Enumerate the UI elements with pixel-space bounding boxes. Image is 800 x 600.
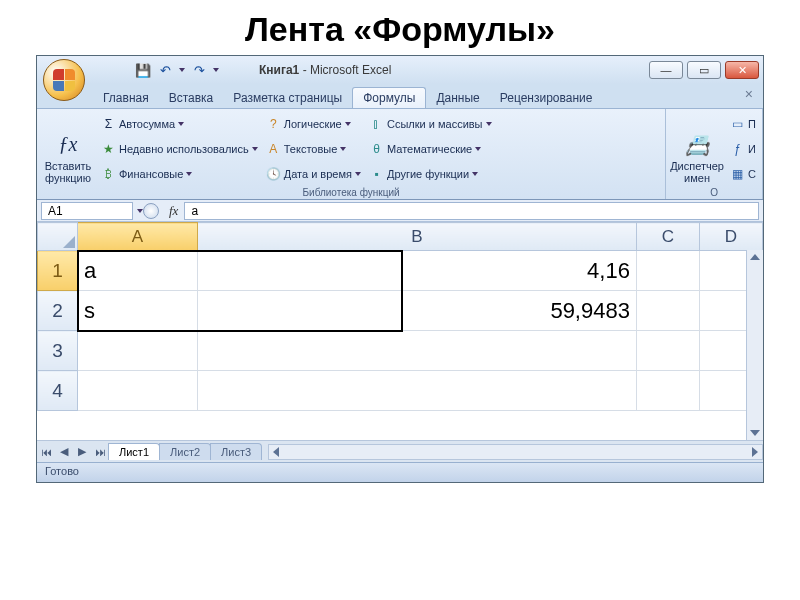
office-logo-icon [53, 69, 75, 91]
row-header-2[interactable]: 2 [38, 291, 78, 331]
cell-b3[interactable] [197, 331, 636, 371]
horizontal-scrollbar[interactable] [268, 444, 763, 460]
fx-icon: ƒx [53, 130, 83, 160]
title-bar: 💾 ↶ ↷ Книга1 - Microsoft Excel — ▭ ✕ [37, 56, 763, 84]
financial-button[interactable]: ₿Финансовые [99, 165, 260, 182]
date-time-button[interactable]: 🕓Дата и время [264, 165, 363, 182]
excel-window: 💾 ↶ ↷ Книга1 - Microsoft Excel — ▭ ✕ Гла… [36, 55, 764, 483]
row-header-3[interactable]: 3 [38, 331, 78, 371]
logical-button[interactable]: ?Логические [264, 116, 363, 133]
next-sheet-button[interactable]: ▶ [74, 444, 90, 460]
row-header-4[interactable]: 4 [38, 371, 78, 411]
cell-c1[interactable] [636, 251, 699, 291]
tab-review[interactable]: Рецензирование [490, 88, 603, 108]
name-manager-icon: 📇 [682, 130, 712, 160]
autosum-button[interactable]: ΣАвтосумма [99, 116, 260, 133]
undo-icon[interactable]: ↶ [157, 62, 173, 78]
sheet-tab-1[interactable]: Лист1 [108, 443, 160, 460]
sheet-tab-3[interactable]: Лист3 [210, 443, 262, 460]
sigma-icon: Σ [101, 117, 116, 132]
select-all-corner[interactable] [38, 223, 78, 251]
lookup-button[interactable]: ⫿Ссылки и массивы [367, 116, 494, 133]
create-from-sel-icon: ▦ [730, 166, 745, 181]
col-header-c[interactable]: C [636, 223, 699, 251]
col-header-a[interactable]: A [78, 223, 198, 251]
close-button[interactable]: ✕ [725, 61, 759, 79]
last-sheet-button[interactable]: ⏭ [92, 444, 108, 460]
prev-sheet-button[interactable]: ◀ [56, 444, 72, 460]
lookup-icon: ⫿ [369, 117, 384, 132]
fx-label-icon[interactable]: fx [163, 203, 184, 219]
minimize-button[interactable]: — [649, 61, 683, 79]
text-icon: A [266, 141, 281, 156]
text-button[interactable]: AТекстовые [264, 140, 363, 157]
first-sheet-button[interactable]: ⏮ [38, 444, 54, 460]
name-box[interactable]: A1 [41, 202, 133, 220]
define-name-icon: ▭ [730, 117, 745, 132]
expand-fbar-button[interactable] [143, 203, 159, 219]
use-in-formula-button[interactable]: ƒИ [728, 140, 758, 157]
recent-icon: ★ [101, 141, 116, 156]
selection-outline [77, 250, 403, 332]
ribbon: ƒx Вставить функцию ΣАвтосумма ★Недавно … [37, 108, 763, 200]
ribbon-tabs: Главная Вставка Разметка страницы Формул… [37, 84, 763, 108]
row-header-1[interactable]: 1 [38, 251, 78, 291]
office-button[interactable] [43, 59, 85, 101]
maximize-button[interactable]: ▭ [687, 61, 721, 79]
tab-formulas[interactable]: Формулы [352, 87, 426, 108]
col-header-b[interactable]: B [197, 223, 636, 251]
group-label-library: Библиотека функций [41, 186, 661, 198]
formula-bar: A1 fx a [37, 200, 763, 222]
slide-title: Лента «Формулы» [0, 0, 800, 55]
col-header-d[interactable]: D [699, 223, 762, 251]
formula-input[interactable]: a [184, 202, 759, 220]
math-button[interactable]: θМатематические [367, 140, 494, 157]
cell-a4[interactable] [78, 371, 198, 411]
tab-page-layout[interactable]: Разметка страницы [223, 88, 352, 108]
use-in-formula-icon: ƒ [730, 141, 745, 156]
more-functions-button[interactable]: ▪Другие функции [367, 165, 494, 182]
sheet-tab-2[interactable]: Лист2 [159, 443, 211, 460]
tab-home[interactable]: Главная [93, 88, 159, 108]
name-manager-button[interactable]: 📇 Диспетчер имен [670, 112, 724, 186]
qat-customize-icon[interactable] [213, 68, 219, 72]
financial-icon: ₿ [101, 166, 116, 181]
cell-c4[interactable] [636, 371, 699, 411]
cell-c2[interactable] [636, 291, 699, 331]
cell-c3[interactable] [636, 331, 699, 371]
save-icon[interactable]: 💾 [135, 62, 151, 78]
group-label-names: О [670, 186, 758, 198]
undo-dropdown-icon[interactable] [179, 68, 185, 72]
insert-function-button[interactable]: ƒx Вставить функцию [41, 112, 95, 186]
create-from-sel-button[interactable]: ▦С [728, 165, 758, 182]
logical-icon: ? [266, 117, 281, 132]
cell-a3[interactable] [78, 331, 198, 371]
sheet-tab-bar: ⏮ ◀ ▶ ⏭ Лист1 Лист2 Лист3 [37, 440, 763, 462]
window-title: Книга1 - Microsoft Excel [259, 63, 391, 77]
vertical-scrollbar[interactable] [746, 250, 763, 440]
more-icon: ▪ [369, 166, 384, 181]
worksheet-grid[interactable]: A B C D 1 a 4,16 2 s 59,9483 3 [37, 222, 763, 440]
cell-b4[interactable] [197, 371, 636, 411]
define-name-button[interactable]: ▭П [728, 116, 758, 133]
quick-access-toolbar: 💾 ↶ ↷ [135, 62, 219, 78]
tab-data[interactable]: Данные [426, 88, 489, 108]
recently-used-button[interactable]: ★Недавно использовались [99, 140, 260, 157]
doc-close-icon[interactable]: × [745, 86, 753, 102]
math-icon: θ [369, 141, 384, 156]
clock-icon: 🕓 [266, 166, 281, 181]
status-bar: Готово [37, 462, 763, 482]
tab-insert[interactable]: Вставка [159, 88, 224, 108]
redo-icon[interactable]: ↷ [191, 62, 207, 78]
